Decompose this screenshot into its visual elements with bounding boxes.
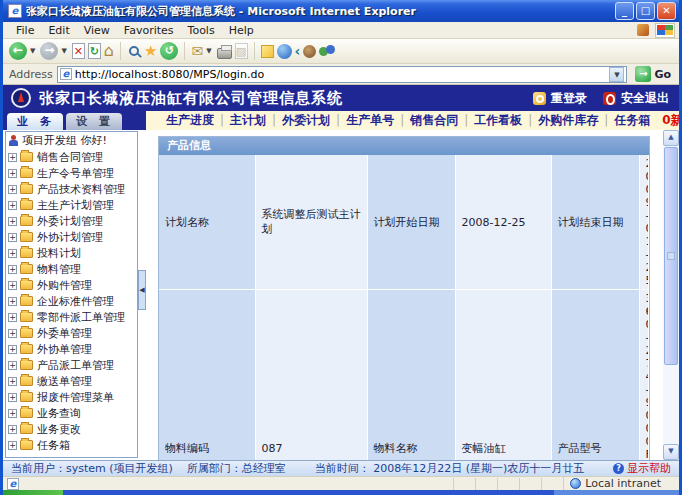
- menu-item-help[interactable]: Help: [222, 24, 261, 37]
- sidebar-splitter[interactable]: ◀: [138, 130, 148, 460]
- current-time-value: 2008年12月22日 (星期一)农历十一月廿五: [373, 462, 584, 475]
- sidebar-item-13[interactable]: +产品派工单管理: [6, 357, 137, 373]
- expand-icon[interactable]: +: [8, 393, 17, 402]
- menu-item-edit[interactable]: Edit: [41, 24, 76, 37]
- stop-button[interactable]: ✕: [72, 43, 85, 59]
- address-field[interactable]: e http://localhost:8080/MPS/login.do ▼: [57, 66, 628, 83]
- current-user-value: system (项目开发组): [66, 461, 173, 476]
- page-vertical-scrollbar[interactable]: ▲ ▼: [663, 130, 679, 460]
- sidebar-item-14[interactable]: +缴送单管理: [6, 373, 137, 389]
- nav-item-4[interactable]: 销售合同: [404, 113, 464, 127]
- sidebar-item-3[interactable]: +主生产计划管理: [6, 197, 137, 213]
- expand-icon[interactable]: +: [8, 281, 17, 290]
- search-icon[interactable]: [129, 46, 139, 56]
- history-icon[interactable]: ↺: [160, 42, 178, 60]
- relogin-button[interactable]: 重登录: [533, 90, 587, 107]
- show-help-link[interactable]: ? 显示帮助: [613, 461, 671, 476]
- maximize-button[interactable]: □: [636, 2, 655, 20]
- sidebar-item-7[interactable]: +物料管理: [6, 261, 137, 277]
- back-dropdown-icon[interactable]: ▼: [30, 47, 35, 55]
- expand-icon[interactable]: +: [8, 329, 17, 338]
- tab-settings[interactable]: 设 置: [66, 113, 122, 130]
- sidebar-item-18[interactable]: +任务箱: [6, 437, 137, 453]
- expand-icon[interactable]: +: [8, 313, 17, 322]
- print-icon[interactable]: [217, 48, 232, 59]
- expand-icon[interactable]: +: [8, 345, 17, 354]
- expand-icon[interactable]: +: [8, 233, 17, 242]
- sidebar-item-0[interactable]: +销售合同管理: [6, 149, 137, 165]
- sidebar-item-8[interactable]: +外购件管理: [6, 277, 137, 293]
- close-button[interactable]: ✕: [657, 2, 676, 20]
- sidebar-item-12[interactable]: +外协单管理: [6, 341, 137, 357]
- nav-item-2[interactable]: 外委计划: [276, 113, 336, 127]
- sidebar-item-2[interactable]: +产品技术资料管理: [6, 181, 137, 197]
- address-dropdown-icon[interactable]: ▼: [609, 67, 624, 82]
- expand-icon[interactable]: +: [8, 361, 17, 370]
- messenger-plugin-icon[interactable]: [277, 44, 292, 59]
- sidebar-item-label: 报废件管理菜单: [37, 390, 114, 405]
- research-plugin-icon[interactable]: ‹: [295, 43, 301, 59]
- notes-plugin-icon[interactable]: [261, 45, 274, 58]
- help-icon: ?: [613, 463, 624, 474]
- forward-dropdown-icon[interactable]: ▼: [61, 47, 66, 55]
- sidebar-item-6[interactable]: +投料计划: [6, 245, 137, 261]
- info-field-value: 变幅油缸: [455, 290, 551, 461]
- sidebar-item-17[interactable]: +业务更改: [6, 421, 137, 437]
- expand-icon[interactable]: +: [8, 201, 17, 210]
- mail-dropdown-icon[interactable]: ▼: [206, 47, 211, 55]
- sidebar-item-4[interactable]: +外委计划管理: [6, 213, 137, 229]
- expand-icon[interactable]: +: [8, 377, 17, 386]
- edit-button[interactable]: ▨: [235, 43, 248, 59]
- sidebar-item-10[interactable]: +零部件派工单管理: [6, 309, 137, 325]
- home-button[interactable]: ⌂: [104, 42, 114, 60]
- forward-button[interactable]: →: [40, 42, 58, 60]
- collapse-sidebar-button[interactable]: ◀: [138, 270, 146, 310]
- info-field-value: 系统调整后测试主计划: [255, 155, 367, 290]
- sidebar-item-label: 产品派工单管理: [37, 358, 114, 373]
- expand-icon[interactable]: +: [8, 441, 17, 450]
- expand-icon[interactable]: +: [8, 169, 17, 178]
- nav-item-3[interactable]: 生产单号: [340, 113, 400, 127]
- expand-icon[interactable]: +: [8, 185, 17, 194]
- nav-item-6[interactable]: 外购件库存: [532, 113, 604, 127]
- expand-icon[interactable]: +: [8, 249, 17, 258]
- page-scroll-down-icon[interactable]: ▼: [663, 444, 679, 460]
- go-button[interactable]: → Go: [631, 66, 675, 82]
- back-button[interactable]: ←: [9, 42, 27, 60]
- sidebar-item-9[interactable]: +企业标准件管理: [6, 293, 137, 309]
- sidebar-item-11[interactable]: +外委单管理: [6, 325, 137, 341]
- address-url[interactable]: http://localhost:8080/MPS/login.do: [75, 68, 607, 81]
- menu-item-tools[interactable]: Tools: [181, 24, 222, 37]
- nav-item-0[interactable]: 生产进度: [160, 113, 220, 127]
- expand-icon[interactable]: +: [8, 425, 17, 434]
- refresh-button[interactable]: ↻: [88, 43, 101, 59]
- logout-button[interactable]: 安全退出: [603, 90, 669, 107]
- tab-business[interactable]: 业 务: [7, 113, 63, 130]
- contacts-plugin-icon[interactable]: [319, 44, 336, 59]
- plugin-menu-icon[interactable]: [637, 24, 649, 36]
- nav-item-5[interactable]: 工作看板: [468, 113, 528, 127]
- sidebar-item-15[interactable]: +报废件管理菜单: [6, 389, 137, 405]
- menu-item-view[interactable]: View: [77, 24, 117, 37]
- sidebar-item-16[interactable]: +业务查询: [6, 405, 137, 421]
- nav-item-1[interactable]: 主计划: [224, 113, 272, 127]
- expand-icon[interactable]: +: [8, 153, 17, 162]
- mail-icon[interactable]: ✉: [191, 43, 203, 59]
- debug-plugin-icon[interactable]: [303, 45, 316, 58]
- sidebar-item-1[interactable]: +生产令号单管理: [6, 165, 137, 181]
- expand-icon[interactable]: +: [8, 409, 17, 418]
- minimize-button[interactable]: _: [615, 2, 634, 20]
- menu-item-file[interactable]: File: [9, 24, 41, 37]
- expand-icon[interactable]: +: [8, 297, 17, 306]
- menu-item-favorites[interactable]: Favorites: [117, 24, 181, 37]
- page-scroll-thumb[interactable]: [664, 147, 678, 365]
- nav-item-7[interactable]: 任务箱: [608, 113, 656, 127]
- windows-taskbar[interactable]: [3, 490, 679, 495]
- favorites-icon[interactable]: ★: [144, 42, 157, 60]
- expand-icon[interactable]: +: [8, 265, 17, 274]
- expand-icon[interactable]: +: [8, 217, 17, 226]
- sidebar-item-5[interactable]: +外协计划管理: [6, 229, 137, 245]
- folder-icon: [20, 440, 33, 450]
- start-button-edge[interactable]: [3, 490, 63, 495]
- page-scroll-up-icon[interactable]: ▲: [663, 130, 679, 146]
